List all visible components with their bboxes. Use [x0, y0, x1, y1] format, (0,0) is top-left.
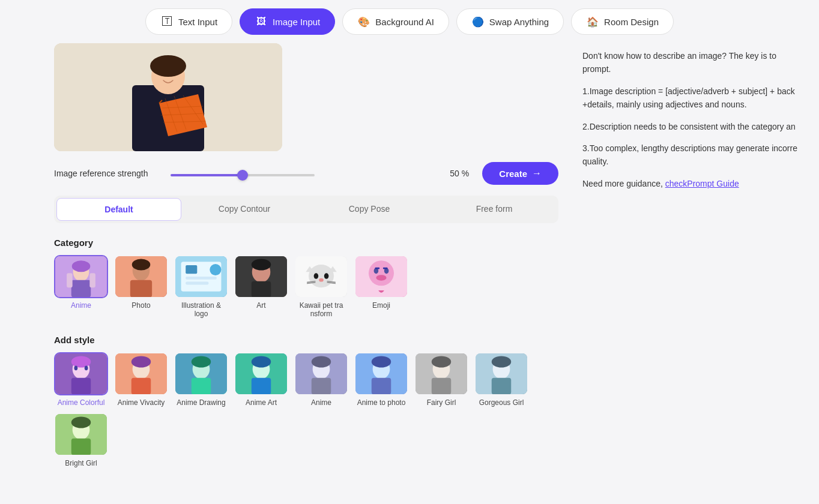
- category-grid: Anime Photo: [54, 255, 558, 318]
- category-item-emoji[interactable]: Emoji: [354, 255, 408, 318]
- svg-rect-59: [131, 378, 151, 395]
- tab-text-input[interactable]: 🅃 Text Input: [145, 8, 232, 35]
- tab-swap-anything[interactable]: 🔵 Swap Anything: [456, 8, 564, 35]
- svg-point-66: [252, 356, 271, 367]
- svg-rect-67: [252, 378, 271, 395]
- style-item-anime-colorful[interactable]: Anime Colorful: [54, 352, 108, 407]
- svg-rect-63: [192, 378, 211, 395]
- create-button-arrow: →: [532, 168, 542, 179]
- category-thumb-emoji: [355, 256, 407, 297]
- style-label-anime-colorful: Anime Colorful: [58, 398, 105, 407]
- swap-anything-icon: 🔵: [471, 15, 485, 28]
- category-title: Category: [54, 238, 558, 248]
- style-item-anime-art[interactable]: Anime Art: [234, 352, 288, 407]
- svg-point-27: [210, 264, 221, 275]
- style-grid-row2: Bright Girl: [54, 413, 558, 467]
- style-thumb-anime: [295, 353, 347, 394]
- style-label-anime: Anime: [311, 398, 331, 407]
- preview-image-svg: [54, 43, 282, 151]
- tab-image-input[interactable]: 🖼 Image Input: [240, 8, 335, 35]
- svg-point-78: [432, 356, 451, 367]
- svg-rect-25: [186, 277, 217, 280]
- mode-tab-copy-contour[interactable]: Copy Contour: [183, 198, 306, 221]
- guidance-text: Don't know how to describe an image? The…: [582, 43, 807, 205]
- mode-tab-free-form[interactable]: Free form: [432, 198, 556, 221]
- strength-value: 50 %: [450, 169, 474, 178]
- svg-point-55: [85, 366, 88, 371]
- mode-tab-default[interactable]: Default: [56, 198, 181, 221]
- style-label-gorgeous-girl: Gorgeous Girl: [479, 398, 524, 407]
- category-item-anime[interactable]: Anime: [54, 255, 108, 318]
- svg-point-82: [492, 356, 511, 367]
- svg-point-74: [372, 356, 391, 367]
- tab-background-ai[interactable]: 🎨 Background AI: [342, 8, 449, 35]
- style-label-anime-drawing: Anime Drawing: [177, 398, 225, 407]
- style-item-fairy-girl[interactable]: Fairy Girl: [414, 352, 468, 407]
- tab-room-design-label: Room Design: [604, 17, 659, 27]
- strength-slider-wrapper: [171, 168, 441, 179]
- room-design-icon: 🏠: [586, 15, 599, 28]
- category-thumb-photo: [115, 256, 167, 297]
- category-thumb-kawaii: [295, 256, 347, 297]
- guidance-rule2: 2.Description needs to be consistent wit…: [582, 120, 807, 133]
- category-item-illustration[interactable]: Illustration &logo: [174, 255, 228, 318]
- image-upload-area[interactable]: [54, 43, 282, 151]
- top-nav: 🅃 Text Input 🖼 Image Input 🎨 Background …: [0, 0, 819, 43]
- create-button[interactable]: Create →: [482, 162, 558, 185]
- tab-image-input-label: Image Input: [273, 17, 320, 27]
- svg-rect-24: [186, 265, 197, 274]
- svg-point-37: [324, 273, 329, 279]
- svg-point-58: [131, 356, 151, 367]
- svg-point-70: [312, 356, 331, 367]
- style-item-gorgeous-girl[interactable]: Gorgeous Girl: [474, 352, 528, 407]
- category-label-anime: Anime: [71, 301, 91, 310]
- category-label-art: Art: [256, 301, 265, 310]
- tab-background-ai-label: Background AI: [375, 17, 434, 27]
- svg-rect-26: [186, 282, 208, 285]
- style-item-anime-vivacity[interactable]: Anime Vivacity: [114, 352, 168, 407]
- category-thumb-art: [235, 256, 287, 297]
- strength-label: Image reference strength: [54, 169, 162, 178]
- style-item-bright-girl[interactable]: Bright Girl: [54, 413, 108, 467]
- strength-row: Image reference strength 50 % Create →: [54, 162, 558, 185]
- svg-rect-79: [432, 378, 451, 395]
- svg-point-49: [376, 275, 386, 281]
- style-item-anime-photo[interactable]: Anime to photo: [354, 352, 408, 407]
- svg-point-20: [132, 259, 151, 270]
- guidance-cta: Need more guidance, checkPrompt Guide: [582, 177, 807, 190]
- strength-slider[interactable]: [171, 174, 315, 176]
- style-item-anime-drawing[interactable]: Anime Drawing: [174, 352, 228, 407]
- image-input-icon: 🖼: [255, 15, 268, 28]
- svg-point-30: [252, 259, 271, 270]
- guidance-rule1: 1.Image description = [adjective/adverb …: [582, 85, 807, 112]
- tab-room-design[interactable]: 🏠 Room Design: [571, 8, 674, 35]
- svg-rect-71: [312, 378, 331, 395]
- category-thumb-anime: [55, 256, 107, 297]
- guidance-intro: Don't know how to describe an image? The…: [582, 49, 807, 76]
- category-item-kawaii[interactable]: Kawaii pet transform: [294, 255, 348, 318]
- category-item-photo[interactable]: Photo: [114, 255, 168, 318]
- svg-point-62: [192, 356, 211, 367]
- style-thumb-anime-vivacity: [115, 353, 167, 394]
- svg-point-38: [319, 278, 324, 282]
- svg-rect-17: [89, 273, 95, 287]
- style-thumb-bright-girl: [55, 414, 107, 455]
- style-grid: Anime Colorful Anime Vivacity: [54, 352, 558, 407]
- category-thumb-illustration: [175, 256, 227, 297]
- svg-rect-15: [71, 280, 91, 298]
- guidance-link[interactable]: checkPrompt Guide: [665, 179, 739, 188]
- style-item-anime[interactable]: Anime: [294, 352, 348, 407]
- style-thumb-anime-colorful: [55, 353, 107, 394]
- create-button-label: Create: [499, 169, 527, 179]
- add-style-title: Add style: [54, 335, 558, 345]
- svg-point-52: [71, 356, 91, 367]
- main-container: Image reference strength 50 % Create → D…: [0, 43, 819, 491]
- category-item-art[interactable]: Art: [234, 255, 288, 318]
- style-label-bright-girl: Bright Girl: [65, 459, 97, 467]
- svg-rect-83: [492, 378, 511, 395]
- mode-tab-copy-pose[interactable]: Copy Pose: [307, 198, 431, 221]
- category-label-photo: Photo: [131, 301, 150, 310]
- svg-rect-47: [375, 268, 379, 269]
- style-thumb-gorgeous-girl: [476, 353, 527, 394]
- svg-point-44: [369, 260, 394, 286]
